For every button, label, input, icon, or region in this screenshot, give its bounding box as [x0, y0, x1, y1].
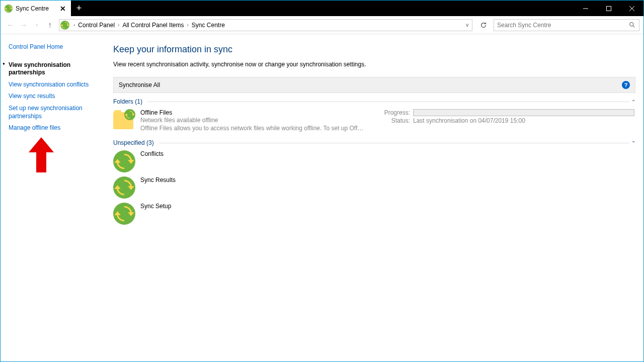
chevron-right-icon[interactable]: ›: [118, 22, 119, 28]
sidebar-item-manage-offline[interactable]: Manage offline files: [9, 124, 95, 132]
item-title: Sync Setup: [140, 203, 377, 210]
item-title: Sync Results: [140, 176, 377, 184]
group-header-folders: Folders (1) ⌃: [113, 98, 635, 105]
refresh-button[interactable]: [477, 19, 490, 31]
svg-point-6: [630, 22, 633, 26]
address-bar[interactable]: › Control Panel › All Control Panel Item…: [59, 19, 472, 31]
sync-all-bar: Synchronise All ?: [113, 77, 635, 93]
help-icon[interactable]: ?: [622, 81, 630, 89]
minimize-button[interactable]: [574, 1, 597, 16]
collapse-button[interactable]: ⌃: [631, 140, 635, 146]
sidebar-item-partnerships[interactable]: View synchronisation partnerships: [9, 61, 95, 77]
svg-line-7: [633, 26, 634, 27]
breadcrumb-item[interactable]: All Control Panel Items: [121, 21, 185, 30]
up-button[interactable]: ↑: [44, 19, 56, 31]
sidebar-item-conflicts[interactable]: View synchronisation conflicts: [9, 81, 95, 89]
svg-rect-2: [607, 6, 611, 11]
status-label: Status:: [382, 117, 410, 124]
forward-button[interactable]: →: [18, 19, 30, 31]
sidebar: Control Panel Home View synchronisation …: [1, 34, 101, 361]
tab-area: Sync Centre ✕ +: [1, 1, 87, 16]
progress-label: Progress:: [382, 109, 410, 116]
group-header-unspecified: Unspecified (3) ⌃: [113, 139, 635, 146]
close-window-button[interactable]: [620, 1, 643, 16]
main-panel: Keep your information in sync View recen…: [101, 34, 643, 361]
item-conflicts[interactable]: Conflicts: [113, 148, 635, 174]
group-label: Unspecified (3): [113, 139, 154, 146]
progress-bar: [413, 109, 634, 116]
search-box[interactable]: [494, 19, 639, 31]
sync-badge-icon: [124, 109, 135, 120]
sidebar-home[interactable]: Control Panel Home: [9, 43, 95, 51]
tab-title: Sync Centre: [16, 5, 56, 12]
toolbar: ← → ▾ ↑ › Control Panel › All Control Pa…: [1, 16, 643, 34]
item-sync-setup[interactable]: Sync Setup: [113, 201, 635, 227]
item-subtitle: Network files available offline: [140, 116, 377, 124]
tab-close-button[interactable]: ✕: [59, 5, 67, 13]
item-description: Offline Files allows you to access netwo…: [140, 124, 377, 132]
item-text-block: Offline Files Network files available of…: [140, 109, 377, 132]
item-sync-results[interactable]: Sync Results: [113, 174, 635, 201]
item-title: Offline Files: [140, 109, 377, 116]
content-area: Control Panel Home View synchronisation …: [1, 34, 643, 361]
maximize-button[interactable]: [597, 1, 620, 16]
chevron-right-icon[interactable]: ›: [187, 22, 188, 28]
folder-icon: [113, 109, 135, 131]
item-offline-files[interactable]: Offline Files Network files available of…: [113, 107, 635, 134]
svg-marker-8: [29, 137, 54, 172]
sidebar-item-results[interactable]: View sync results: [9, 93, 95, 101]
chevron-right-icon[interactable]: ›: [73, 22, 75, 28]
sync-icon: [5, 5, 13, 13]
breadcrumb-item[interactable]: Control Panel: [77, 21, 116, 30]
sync-icon: [113, 203, 135, 225]
item-title: Conflicts: [140, 150, 377, 157]
new-tab-button[interactable]: +: [71, 1, 87, 16]
status-value: Last synchronisation on 04/07/2019 15:00: [413, 117, 525, 124]
sync-icon: [113, 150, 135, 172]
page-description: View recent synchronisation activity, sy…: [113, 61, 635, 68]
window-controls: [574, 1, 643, 16]
sync-icon: [60, 21, 69, 30]
page-title: Keep your information in sync: [113, 44, 635, 55]
titlebar: Sync Centre ✕ +: [1, 1, 643, 16]
address-dropdown[interactable]: ∨: [463, 22, 471, 28]
search-input[interactable]: [497, 22, 629, 29]
recent-dropdown[interactable]: ▾: [31, 19, 43, 31]
back-button[interactable]: ←: [5, 19, 17, 31]
sidebar-item-setup[interactable]: Set up new synchronisation partnerships: [9, 105, 95, 120]
sync-icon: [113, 176, 135, 199]
collapse-button[interactable]: ⌃: [631, 99, 635, 105]
progress-area: Progress: Status: Last synchronisation o…: [382, 109, 635, 124]
browser-tab[interactable]: Sync Centre ✕: [1, 1, 71, 16]
sync-all-button[interactable]: Synchronise All: [119, 81, 160, 88]
group-label: Folders (1): [113, 98, 142, 105]
breadcrumb-item[interactable]: Sync Centre: [191, 21, 226, 30]
search-icon: [629, 22, 636, 29]
